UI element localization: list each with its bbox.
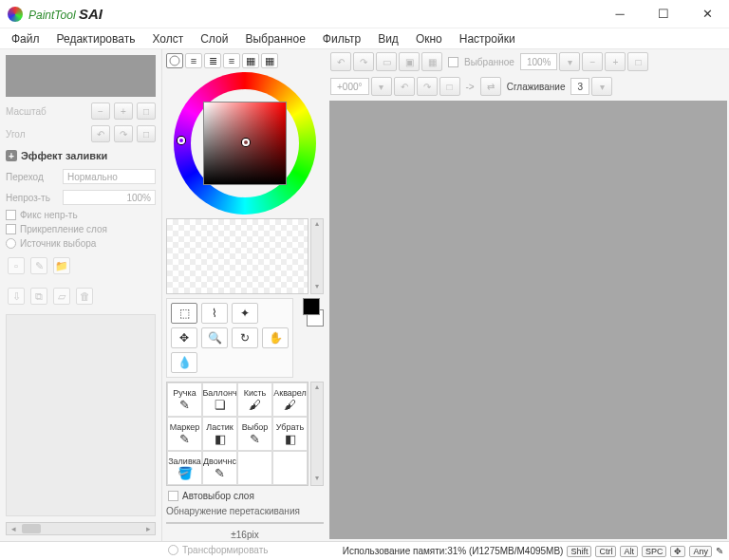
color-rgb-tab[interactable]: ≡	[185, 53, 202, 68]
canvas-area[interactable]	[329, 101, 727, 539]
color-swatches-tab[interactable]: ▦	[242, 53, 259, 68]
menu-window[interactable]: Окно	[416, 32, 442, 46]
rotate-reset-button[interactable]: □	[137, 125, 156, 142]
menu-filter[interactable]: Фильтр	[323, 32, 361, 46]
close-button[interactable]: ✕	[685, 0, 729, 28]
zoom-tool[interactable]: 🔍	[201, 327, 228, 348]
clear-layer-button[interactable]: ▱	[53, 288, 70, 305]
brush-binary[interactable]: Двоичнс✎	[202, 451, 237, 485]
rotate-ccw-canvas[interactable]: ↶	[394, 77, 415, 96]
blend-mode-label: Переход	[6, 172, 59, 182]
brush-pen[interactable]: Ручка✎	[167, 383, 202, 417]
color-wheel[interactable]	[166, 72, 324, 215]
drag-detect-slider[interactable]	[166, 522, 324, 524]
smoothing-label: Сглаживание	[503, 82, 570, 92]
rotate-tool[interactable]: ↻	[232, 327, 258, 348]
menu-settings[interactable]: Настройки	[459, 32, 515, 46]
rect-select-tool[interactable]: ⬚	[171, 303, 197, 324]
opacity-value[interactable]: 100%	[63, 190, 156, 205]
zoom-value[interactable]: 100%	[520, 53, 558, 70]
deselect-button[interactable]: ▭	[376, 52, 397, 71]
sv-box[interactable]	[203, 102, 287, 185]
layer-hscroll[interactable]: ◂ ▸	[6, 522, 156, 535]
redo-button[interactable]: ↷	[353, 52, 374, 71]
transform-label: Трансформировать	[182, 545, 268, 555]
rotate-reset-canvas[interactable]: □	[439, 77, 460, 96]
undo-button[interactable]: ↶	[330, 52, 351, 71]
show-selection-checkbox[interactable]	[448, 57, 458, 67]
fill-effect-header[interactable]: + Эффект заливки	[4, 146, 158, 165]
menu-layer[interactable]: Слой	[200, 32, 228, 46]
color-scratchpad-tab[interactable]: ▦	[261, 53, 278, 68]
brush-bucket[interactable]: Заливка🪣	[167, 451, 202, 485]
sv-cursor-icon[interactable]	[242, 139, 250, 146]
move-tool[interactable]: ✥	[171, 327, 197, 348]
blend-mode-select[interactable]: Нормально	[63, 169, 156, 184]
minimize-button[interactable]: ─	[598, 0, 642, 28]
left-panel: Масштаб − + □ Угол ↶ ↷ □ + Эффект заливк…	[0, 49, 161, 541]
new-folder-button[interactable]: 📁	[53, 257, 70, 274]
navigator-thumbnail[interactable]	[6, 55, 156, 97]
auto-select-layer-checkbox[interactable]	[168, 491, 178, 501]
zoom-fit-canvas[interactable]: □	[627, 52, 648, 71]
show-select-button[interactable]: ▦	[421, 52, 442, 71]
new-linework-button[interactable]: ✎	[30, 257, 47, 274]
brush-selerase[interactable]: Убрать◧	[272, 417, 308, 451]
menu-view[interactable]: Вид	[378, 32, 399, 46]
selection-source-radio[interactable]	[6, 238, 16, 249]
flip-button[interactable]: ⇄	[480, 77, 501, 96]
menu-edit[interactable]: Редактировать	[57, 32, 136, 46]
color-wheel-tab[interactable]	[166, 53, 183, 68]
zoom-fit-button[interactable]: □	[137, 103, 156, 120]
brush-selpen[interactable]: Выбор✎	[237, 417, 272, 451]
brush-eraser[interactable]: Ластик◧	[202, 417, 237, 451]
merge-down-button[interactable]: ⧉	[30, 288, 47, 305]
brush-vscroll[interactable]: ▴▾	[310, 382, 324, 486]
brush-marker[interactable]: Маркер✎	[167, 417, 202, 451]
layer-toolbar: ▫ ✎ 📁	[4, 252, 158, 280]
menu-file[interactable]: Файл	[11, 32, 40, 46]
key-alt: Alt	[620, 546, 638, 557]
zoom-out-canvas[interactable]: −	[582, 52, 603, 71]
color-mode-tabs: ≡ ≣ ≡ ▦ ▦	[166, 53, 324, 68]
magic-wand-tool[interactable]: ✦	[232, 303, 258, 324]
brush-airbrush[interactable]: Баллонч❏	[202, 383, 237, 417]
smoothing-dropdown[interactable]: ▾	[591, 77, 612, 96]
brush-empty[interactable]	[237, 451, 272, 485]
color-mixer-tab[interactable]: ≡	[223, 53, 240, 68]
brush-watercolor[interactable]: Акварел🖌	[272, 383, 308, 417]
transform-radio[interactable]	[168, 545, 178, 555]
scratchpad[interactable]	[166, 218, 308, 294]
eyedropper-tool[interactable]: 💧	[171, 352, 197, 373]
maximize-button[interactable]: ☐	[642, 0, 685, 28]
zoom-out-button[interactable]: −	[91, 103, 110, 120]
menu-selection[interactable]: Выбранное	[245, 32, 305, 46]
delete-layer-button[interactable]: 🗑	[76, 288, 93, 305]
hand-tool[interactable]: ✋	[262, 327, 289, 348]
clip-layer-checkbox[interactable]	[6, 224, 16, 234]
scratchpad-vscroll[interactable]: ▴▾	[310, 218, 324, 294]
menubar: Файл Редактировать Холст Слой Выбранное …	[0, 28, 729, 49]
color-hsv-tab[interactable]: ≣	[204, 53, 221, 68]
hue-cursor-icon[interactable]	[178, 137, 185, 144]
new-layer-button[interactable]: ▫	[8, 257, 25, 274]
brush-brush[interactable]: Кисть🖌	[237, 383, 272, 417]
invert-select-button[interactable]: ▣	[399, 52, 420, 71]
lock-opacity-checkbox[interactable]	[6, 210, 16, 220]
layer-list[interactable]	[6, 314, 156, 516]
rotate-ccw-button[interactable]: ↶	[91, 125, 110, 142]
angle-dropdown[interactable]: ▾	[371, 77, 392, 96]
scroll-thumb[interactable]	[22, 524, 41, 533]
angle-value[interactable]: +000°	[330, 78, 369, 95]
transfer-down-button[interactable]: ⇩	[8, 288, 25, 305]
brush-empty[interactable]	[272, 451, 308, 485]
zoom-in-button[interactable]: +	[114, 103, 133, 120]
smoothing-value[interactable]: 3	[570, 78, 589, 95]
menu-canvas[interactable]: Холст	[152, 32, 183, 46]
rotate-cw-button[interactable]: ↷	[114, 125, 133, 142]
lasso-tool[interactable]: ⌇	[201, 303, 228, 324]
zoom-in-canvas[interactable]: +	[605, 52, 626, 71]
zoom-dropdown[interactable]: ▾	[559, 52, 580, 71]
fg-bg-swatch[interactable]	[303, 298, 324, 327]
rotate-cw-canvas[interactable]: ↷	[417, 77, 438, 96]
